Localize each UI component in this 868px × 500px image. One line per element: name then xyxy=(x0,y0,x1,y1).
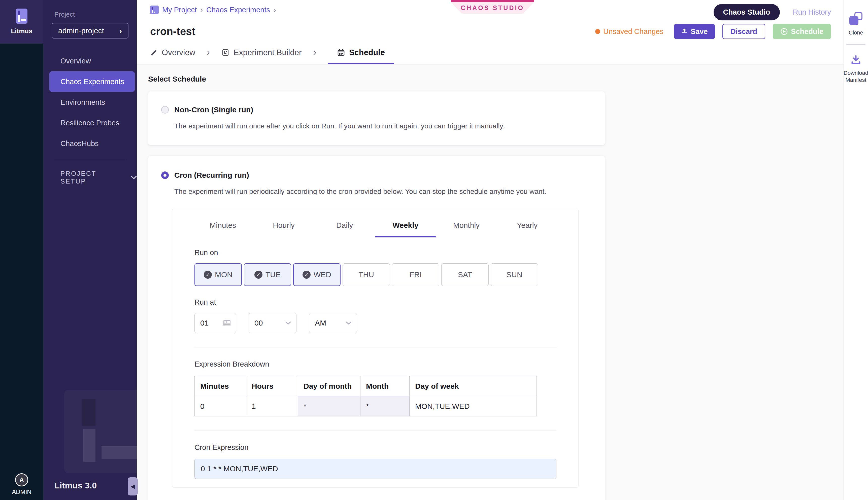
cron-expression-input[interactable] xyxy=(194,459,556,479)
page-title: cron-test xyxy=(150,25,195,37)
sidebar-item-environments[interactable]: Environments xyxy=(43,92,137,113)
play-circle-icon xyxy=(780,28,788,35)
check-circle-icon: ✓ xyxy=(255,271,262,279)
meridiem-input[interactable] xyxy=(315,319,338,327)
download-manifest-button[interactable]: Download Manifest xyxy=(844,54,868,84)
user-label: ADMIN xyxy=(12,488,31,496)
cron-description: The experiment will run periodically acc… xyxy=(174,188,605,196)
breadcrumb-my-project[interactable]: My Project xyxy=(162,6,197,14)
chevron-down-icon xyxy=(131,175,137,180)
project-setup-toggle[interactable]: PROJECT SETUP xyxy=(60,170,137,185)
col-header-minutes: Minutes xyxy=(195,376,246,396)
schedule-button-disabled[interactable]: Schedule xyxy=(773,24,831,39)
day-label: TUE xyxy=(266,270,281,279)
page-header: My Project › Chaos Experiments › CHAOS S… xyxy=(137,0,844,65)
user-block[interactable]: A ADMIN xyxy=(0,473,43,496)
brand-name: Litmus xyxy=(11,27,32,35)
cron-tab-monthly[interactable]: Monthly xyxy=(436,216,497,237)
hour-input[interactable] xyxy=(200,319,218,327)
download-icon xyxy=(850,54,861,66)
view-toggle: Chaos Studio Run History xyxy=(713,4,831,20)
cell-hours: 1 xyxy=(246,396,298,417)
project-selector[interactable]: admin-project › xyxy=(52,23,128,38)
cron-option-card: Cron (Recurring run) The experiment will… xyxy=(148,156,605,500)
col-header-day-of-month: Day of month xyxy=(298,376,360,396)
chevron-right-icon: › xyxy=(313,47,316,64)
sidebar-collapse-handle[interactable]: ◀ xyxy=(128,477,138,496)
cron-tab-weekly[interactable]: Weekly xyxy=(375,216,436,237)
cron-tab-yearly[interactable]: Yearly xyxy=(497,216,558,237)
day-chip-sat[interactable]: SAT xyxy=(441,263,489,286)
chaos-studio-ribbon: CHAOS STUDIO xyxy=(451,0,534,14)
sidebar-item-chaoshubs[interactable]: ChaosHubs xyxy=(43,133,137,154)
breadcrumb-chaos-experiments[interactable]: Chaos Experiments xyxy=(206,6,270,14)
cell-day-of-week: MON,TUE,WED xyxy=(409,396,537,417)
pin-icon xyxy=(681,28,688,35)
day-label: THU xyxy=(359,270,374,279)
save-label: Save xyxy=(691,27,708,36)
discard-button[interactable]: Discard xyxy=(722,24,765,39)
title-row: cron-test Unsaved Changes Save Discard S… xyxy=(150,24,831,39)
avatar[interactable]: A xyxy=(15,473,28,486)
col-header-day-of-week: Day of week xyxy=(409,376,537,396)
expression-breakdown-table: Minutes Hours Day of month Month Day of … xyxy=(194,376,537,417)
clone-button[interactable]: Clone xyxy=(849,12,863,36)
noncron-title: Non-Cron (Single run) xyxy=(174,105,253,114)
chevron-right-icon: › xyxy=(119,26,122,36)
day-chip-thu[interactable]: THU xyxy=(342,263,390,286)
day-label: FRI xyxy=(409,270,422,279)
ribbon-label: CHAOS STUDIO xyxy=(451,2,534,14)
tab-overview[interactable]: Overview xyxy=(150,48,195,64)
hour-field[interactable] xyxy=(194,313,236,333)
brand-block: Litmus xyxy=(0,0,43,44)
tab-experiment-builder-label: Experiment Builder xyxy=(234,48,302,57)
sidebar-item-chaos-experiments[interactable]: Chaos Experiments xyxy=(49,71,135,92)
cron-radio[interactable] xyxy=(161,171,169,179)
collapse-left-icon: ◀ xyxy=(131,483,135,490)
schedule-disabled-label: Schedule xyxy=(791,27,823,36)
sidebar-nav: Overview Chaos Experiments Environments … xyxy=(43,50,137,154)
cron-tab-daily[interactable]: Daily xyxy=(314,216,375,237)
download-label-line1: Download xyxy=(844,69,868,77)
chevron-right-icon: › xyxy=(273,5,276,14)
breadcrumb: My Project › Chaos Experiments › xyxy=(150,5,276,14)
meridiem-select[interactable] xyxy=(309,313,357,333)
chevron-down-icon xyxy=(285,321,291,325)
right-rail: Clone Download Manifest xyxy=(844,0,868,500)
tab-experiment-builder[interactable]: Experiment Builder xyxy=(222,48,302,64)
day-chip-fri[interactable]: FRI xyxy=(392,263,439,286)
day-chip-tue[interactable]: ✓ TUE xyxy=(244,263,291,286)
check-circle-icon: ✓ xyxy=(204,271,212,279)
minute-select[interactable] xyxy=(249,313,296,333)
cron-tab-hourly[interactable]: Hourly xyxy=(253,216,314,237)
chaos-studio-toggle[interactable]: Chaos Studio xyxy=(713,4,780,20)
day-chip-sun[interactable]: SUN xyxy=(491,263,538,286)
day-label: SUN xyxy=(506,270,522,279)
flow-tabbar: Overview › Experiment Builder › Schedule xyxy=(150,47,394,64)
col-header-hours: Hours xyxy=(246,376,298,396)
run-history-link[interactable]: Run History xyxy=(793,8,831,16)
cron-tab-minutes[interactable]: Minutes xyxy=(192,216,253,237)
cell-month: * xyxy=(360,396,409,417)
tab-schedule[interactable]: Schedule xyxy=(328,48,394,64)
sidebar-item-resilience-probes[interactable]: Resilience Probes xyxy=(43,113,137,133)
noncron-option-card: Non-Cron (Single run) The experiment wil… xyxy=(148,91,605,145)
pencil-icon xyxy=(150,49,158,56)
calendar-icon xyxy=(337,48,345,57)
save-button[interactable]: Save xyxy=(674,24,715,39)
time-row xyxy=(194,313,578,333)
noncron-radio[interactable] xyxy=(161,106,169,114)
cron-title: Cron (Recurring run) xyxy=(174,171,249,180)
day-chip-wed[interactable]: ✓ WED xyxy=(293,263,340,286)
version-label: Litmus 3.0 xyxy=(54,481,97,490)
minute-input[interactable] xyxy=(255,319,277,327)
table-row: 0 1 * * MON,TUE,WED xyxy=(195,396,537,417)
chevron-right-icon: › xyxy=(200,5,203,14)
sidebar-divider xyxy=(54,161,126,161)
run-on-label: Run on xyxy=(194,249,578,257)
left-rail: Litmus A ADMIN xyxy=(0,0,43,500)
title-actions: Unsaved Changes Save Discard Schedule xyxy=(595,24,831,39)
cron-config-panel: Minutes Hourly Daily Weekly Monthly Year… xyxy=(172,209,578,488)
day-chip-mon[interactable]: ✓ MON xyxy=(194,263,242,286)
sidebar-item-overview[interactable]: Overview xyxy=(43,50,137,71)
